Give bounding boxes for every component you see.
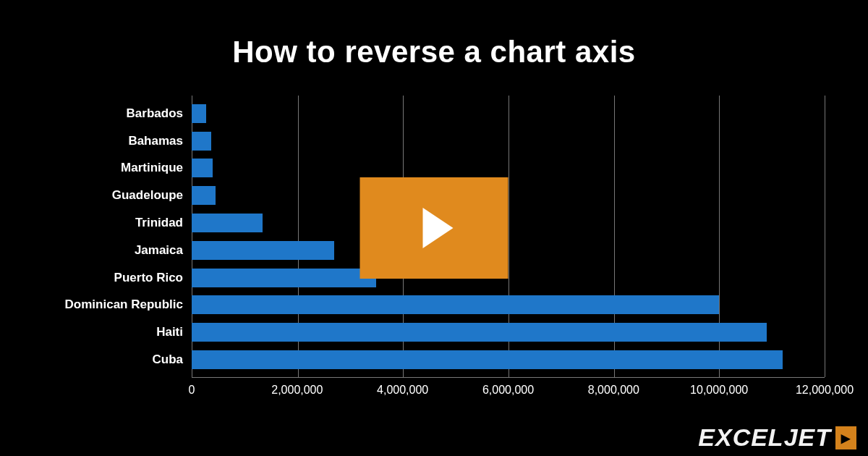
page-title: How to reverse a chart axis bbox=[0, 0, 868, 96]
category-label: Cuba bbox=[153, 352, 184, 367]
bar bbox=[192, 295, 719, 314]
x-tick-label: 10,000,000 bbox=[690, 384, 748, 397]
category-label: Jamaica bbox=[135, 243, 183, 258]
brand-name: EXCELJET bbox=[698, 423, 831, 452]
brand-badge-icon: ▸ bbox=[835, 426, 856, 449]
bar-row: Dominican Republic bbox=[192, 295, 825, 314]
bar bbox=[192, 159, 213, 177]
x-tick-label: 0 bbox=[189, 384, 195, 397]
x-tick-label: 12,000,000 bbox=[796, 384, 854, 397]
category-label: Martinique bbox=[121, 161, 183, 175]
bar-row: Trinidad bbox=[192, 214, 825, 232]
bars-group: BarbadosBahamasMartiniqueGuadeloupeTrini… bbox=[192, 96, 825, 378]
bar bbox=[192, 241, 334, 260]
bar-row: Cuba bbox=[192, 350, 825, 369]
bar-row: Haiti bbox=[192, 323, 825, 342]
bar-row: Guadeloupe bbox=[192, 186, 825, 205]
bar bbox=[192, 132, 211, 151]
bar-row: Martinique bbox=[192, 159, 825, 177]
bar bbox=[192, 269, 376, 287]
bar bbox=[192, 214, 263, 232]
x-tick-label: 2,000,000 bbox=[271, 384, 323, 397]
plot-container: BarbadosBahamasMartiniqueGuadeloupeTrini… bbox=[192, 96, 825, 400]
bar-row: Jamaica bbox=[192, 241, 825, 260]
bar bbox=[192, 186, 216, 205]
category-label: Guadeloupe bbox=[112, 188, 183, 203]
bar bbox=[192, 350, 783, 369]
x-tick-label: 4,000,000 bbox=[377, 384, 428, 397]
brand-logo: EXCELJET ▸ bbox=[698, 423, 856, 452]
gridline bbox=[825, 96, 825, 377]
category-label: Haiti bbox=[156, 325, 183, 339]
x-tick-label: 6,000,000 bbox=[482, 384, 534, 397]
category-label: Barbados bbox=[127, 106, 183, 121]
play-icon bbox=[422, 208, 453, 248]
bar-row: Bahamas bbox=[192, 132, 825, 151]
category-label: Bahamas bbox=[128, 134, 183, 148]
category-label: Trinidad bbox=[135, 216, 183, 230]
bar-row: Barbados bbox=[192, 104, 825, 123]
play-button[interactable] bbox=[360, 177, 509, 279]
x-tick-label: 8,000,000 bbox=[588, 384, 639, 397]
bar-row: Puerto Rico bbox=[192, 269, 825, 287]
category-label: Dominican Republic bbox=[65, 297, 183, 312]
bar bbox=[192, 323, 767, 342]
bar bbox=[192, 104, 206, 123]
category-label: Puerto Rico bbox=[114, 271, 183, 285]
